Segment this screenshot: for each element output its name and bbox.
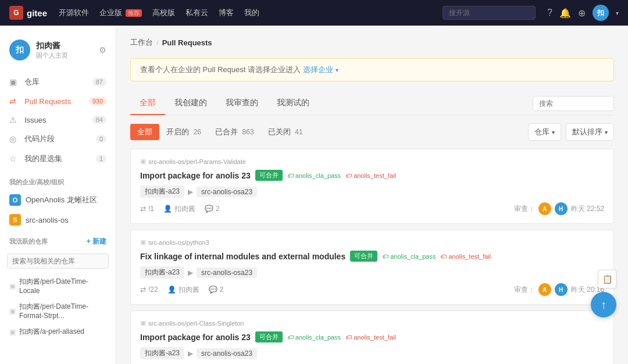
sidebar-snippets-count: 0 (96, 135, 106, 143)
sidebar-repo-search (7, 254, 109, 269)
nav-opensource[interactable]: 开源软件 (59, 8, 89, 18)
pr-branch-row-2: 扣肉酱-a23 ▶ src-anolis-osa23 (140, 347, 604, 359)
logo[interactable]: G gitee (9, 6, 47, 20)
sidebar-item-issues[interactable]: ⚠ Issues 84 (0, 110, 116, 129)
filter-all[interactable]: 全部 (130, 124, 159, 140)
pr-tag-cla-0: 🏷 anolis_cla_pass (287, 172, 341, 179)
pr-tag-cla-2: 🏷 anolis_cla_pass (287, 334, 341, 341)
sidebar-item-repos[interactable]: ▣ 仓库 87 (0, 72, 116, 92)
pr-title-1[interactable]: Fix linkage of internal modules and exte… (140, 252, 345, 261)
sidebar-item-starred[interactable]: ☆ 我的星选集 1 (0, 149, 116, 169)
pr-number-1: ⇄ !22 (140, 286, 158, 294)
sidebar-repo-item-0[interactable]: ▣ 扣肉酱/perl-DateTime-Locale (0, 273, 116, 298)
tab-tested[interactable]: 我测试的 (267, 92, 319, 115)
breadcrumb-current: Pull Requests (162, 38, 212, 47)
sidebar-issues-label: Issues (24, 116, 92, 124)
brand-name: gitee (27, 8, 47, 18)
pr-repo-0: ▣ src-anolis-os/perl-Params-Validate (140, 158, 604, 165)
sidebar-toggle-button[interactable]: 📋 (598, 270, 616, 288)
pr-repo-1: ▣ src-anolis-os/python3 (140, 238, 604, 246)
topnav-links: 开源软件 企业版 推荐 高校版 私有云 博客 我的 (59, 8, 259, 18)
repo-small-icon-1: ▣ (9, 307, 16, 315)
filter-merged-count: 863 (242, 128, 254, 136)
nav-university[interactable]: 高校版 (152, 8, 175, 18)
pr-repo-2: ▣ src-anolis-os/perl-Class-Singleton (140, 319, 604, 327)
nav-blog[interactable]: 博客 (219, 8, 234, 18)
topnav-actions: ? 🔔 ⊕ 扣 ▾ (547, 5, 619, 21)
tabs-search-input[interactable] (533, 96, 614, 111)
settings-icon[interactable]: ⚙ (99, 45, 106, 55)
org-item-srcanolios[interactable]: S src-anolis-os (0, 210, 116, 230)
pr-title-row-2: Import package for anolis 23 可合并 🏷 anoli… (140, 331, 604, 342)
pr-item-0: ▣ src-anolis-os/perl-Params-Validate Imp… (130, 149, 614, 224)
pr-meta-1: ⇄ !22 👤 扣肉酱 💬 2 审查： A H 昨天 20:16 (140, 283, 604, 296)
topnav: G gitee 开源软件 企业版 推荐 高校版 私有云 博客 我的 ? 🔔 ⊕ … (0, 0, 628, 26)
pr-tag-test-0: 🏷 anolis_test_fail (345, 172, 396, 179)
filter-open[interactable]: 开启的 26 (159, 124, 208, 140)
pr-branch-row-0: 扣肉酱-a23 ▶ src-anolis-osa23 (140, 185, 604, 198)
sidebar-user: 扣 扣肉酱 固个人主页 ⚙ (0, 35, 116, 70)
repo-label-2: 扣肉酱/a-perl-aliased (19, 327, 84, 337)
sidebar-subtitle: 固个人主页 (36, 51, 68, 60)
pr-repo-name-1[interactable]: src-anolis-os/python3 (148, 239, 209, 246)
filter-merged[interactable]: 已合并 863 (208, 124, 261, 140)
plus-icon[interactable]: ⊕ (578, 8, 586, 19)
sidebar-starred-count: 1 (96, 155, 106, 163)
pr-title-0[interactable]: Import package for anolis 23 (140, 171, 251, 180)
filter-row: 全部 开启的 26 已合并 863 已关闭 41 仓库 ▾ 默认排序 ▾ (130, 123, 614, 141)
breadcrumb-workspace[interactable]: 工作台 (130, 37, 153, 48)
scroll-to-top-button[interactable]: ↑ (591, 292, 616, 317)
tab-reviewed[interactable]: 我审查的 (216, 92, 267, 115)
pr-time-0: 昨天 22:52 (571, 204, 604, 214)
snippets-icon: ◎ (9, 134, 20, 144)
topnav-search-input[interactable] (443, 6, 536, 20)
help-icon[interactable]: ? (547, 8, 552, 18)
banner-dropdown-icon[interactable]: ▾ (336, 67, 338, 73)
sidebar-repo-item-2[interactable]: ▣ 扣肉酱/a-perl-aliased (0, 323, 116, 340)
pr-author-1: 👤 扣肉酱 (167, 285, 199, 295)
pr-repo-name-0[interactable]: src-anolis-os/perl-Params-Validate (148, 158, 246, 165)
pr-title-2[interactable]: Import package for anolis 23 (140, 333, 251, 342)
org-item-openanolis[interactable]: O OpenAnolis 龙蜥社区 (0, 190, 116, 210)
tab-all[interactable]: 全部 (130, 92, 165, 115)
new-repo-button[interactable]: + 新建 (87, 237, 106, 247)
sort-dropdown[interactable]: 默认排序 ▾ (566, 123, 614, 141)
pr-tag-cla-1: 🏷 anolis_cla_pass (382, 253, 436, 260)
sidebar-user-info: 扣肉酱 固个人主页 (36, 41, 68, 60)
org-label-srcanolis: src-anolis-os (26, 216, 69, 224)
org-icon-srcanolis: S (9, 214, 21, 226)
pr-badge-1: 可合并 (350, 251, 377, 262)
filter-right: 仓库 ▾ 默认排序 ▾ (528, 123, 614, 141)
avatar-dropdown-icon[interactable]: ▾ (616, 10, 619, 16)
sidebar-repo-item-1[interactable]: ▣ 扣肉酱/perl-DateTime-Format-Strpt... (0, 298, 116, 323)
pr-meta-0: ⇄ !1 👤 扣肉酱 💬 2 审查： A H 昨天 22:52 (140, 202, 604, 215)
pr-item-2: ▣ src-anolis-os/perl-Class-Singleton Imp… (130, 311, 614, 364)
nav-enterprise[interactable]: 企业版 推荐 (99, 8, 142, 18)
sidebar-pr-label: Pull Requests (24, 97, 89, 106)
banner-link[interactable]: 选择企业 (303, 65, 333, 75)
pr-to-branch-1: src-anolis-osa23 (197, 267, 257, 278)
pr-arrow-0: ▶ (188, 188, 193, 196)
pr-badge-2: 可合并 (255, 331, 283, 342)
sidebar-item-snippets[interactable]: ◎ 代码片段 0 (0, 129, 116, 149)
breadcrumb: 工作台 / Pull Requests (130, 37, 614, 48)
sidebar-repos-count: 87 (92, 78, 106, 86)
sidebar-pr-count: 930 (89, 97, 106, 105)
repo-filter-dropdown[interactable]: 仓库 ▾ (528, 123, 561, 141)
topnav-avatar[interactable]: 扣 (593, 5, 609, 21)
reviewer-avatar-h-0: H (555, 202, 568, 215)
repo-icon-1: ▣ (140, 238, 146, 246)
nav-private[interactable]: 私有云 (185, 8, 208, 18)
reviewer-avatar-h-1: H (555, 283, 568, 296)
sidebar: 扣 扣肉酱 固个人主页 ⚙ ▣ 仓库 87 ⇄ Pull Requests 93… (0, 26, 116, 364)
org-icon-openanolis: O (9, 194, 21, 206)
repo-search-input[interactable] (7, 254, 109, 269)
bell-icon[interactable]: 🔔 (559, 8, 571, 19)
pr-repo-name-2[interactable]: src-anolis-os/perl-Class-Singleton (148, 320, 244, 327)
pr-number-0: ⇄ !1 (140, 205, 154, 213)
tab-created[interactable]: 我创建的 (165, 92, 216, 115)
pr-icon: ⇄ (9, 97, 20, 106)
nav-mine[interactable]: 我的 (244, 8, 259, 18)
filter-closed[interactable]: 已关闭 41 (261, 124, 310, 140)
sidebar-item-pullrequests[interactable]: ⇄ Pull Requests 930 (0, 92, 116, 110)
